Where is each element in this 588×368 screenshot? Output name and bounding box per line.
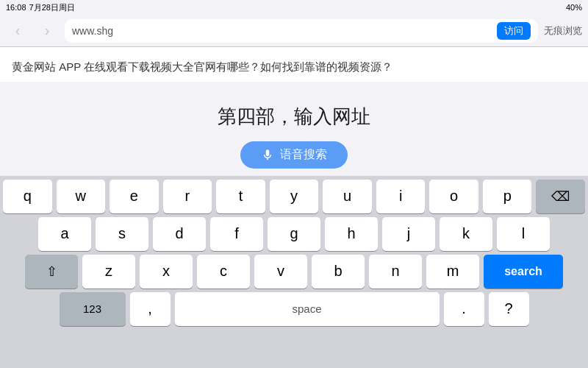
number-key[interactable]: 123 — [60, 292, 126, 326]
date: 7月28日周日 — [29, 2, 75, 13]
visit-button[interactable]: 访问 — [497, 22, 531, 40]
voice-search-bar: 语音搜索 — [0, 141, 588, 176]
key-g[interactable]: g — [268, 217, 320, 251]
key-n[interactable]: n — [369, 255, 422, 289]
key-a[interactable]: a — [38, 217, 91, 251]
key-d[interactable]: d — [153, 217, 206, 251]
key-k[interactable]: k — [440, 217, 492, 251]
key-q[interactable]: q — [3, 180, 52, 213]
keyboard-row-3: ⇧ z x c v b n m search — [0, 251, 588, 289]
key-s[interactable]: s — [96, 217, 148, 251]
voice-search-label: 语音搜索 — [280, 147, 327, 163]
status-bar: 16:08 7月28日周日 40% — [0, 0, 588, 15]
address-text: www.shg — [72, 25, 491, 37]
battery: 40% — [566, 3, 582, 12]
time: 16:08 — [6, 3, 26, 12]
status-right: 40% — [566, 3, 582, 12]
comma-key[interactable]: , — [130, 292, 171, 326]
article-title: 黄金网站 APP 在线观看下载视频大全官网有哪些？如何找到靠谱的视频资源？ — [12, 59, 576, 76]
key-o[interactable]: o — [429, 180, 478, 213]
key-u[interactable]: u — [323, 180, 372, 213]
key-c[interactable]: c — [197, 255, 250, 289]
key-e[interactable]: e — [110, 180, 159, 213]
keyboard-row-2: a s d f g h j k l — [0, 213, 588, 251]
key-t[interactable]: t — [216, 180, 265, 213]
space-key[interactable]: space — [175, 292, 440, 326]
voice-search-button[interactable]: 语音搜索 — [240, 141, 348, 169]
key-y[interactable]: y — [270, 180, 319, 213]
key-i[interactable]: i — [376, 180, 426, 213]
key-b[interactable]: b — [312, 255, 365, 289]
back-button[interactable]: ‹ — [6, 22, 29, 39]
key-m[interactable]: m — [426, 255, 479, 289]
search-key[interactable]: search — [484, 255, 563, 289]
mic-icon — [261, 148, 274, 161]
address-bar[interactable]: www.shg 访问 — [65, 19, 538, 43]
key-z[interactable]: z — [82, 255, 135, 289]
key-r[interactable]: r — [163, 180, 212, 213]
keyboard-area: q w e r t y u i o p ⌫ a s d f g h j k l … — [0, 176, 588, 330]
delete-key[interactable]: ⌫ — [536, 180, 585, 213]
key-l[interactable]: l — [497, 217, 550, 251]
key-j[interactable]: j — [382, 217, 435, 251]
browser-toolbar: ‹ › www.shg 访问 无痕浏览 — [0, 15, 588, 47]
instruction-text: 第四部，输入网址 — [0, 104, 588, 130]
shift-key[interactable]: ⇧ — [25, 255, 78, 289]
keyboard-row-4: 123 , space . ? — [0, 289, 588, 330]
period-key[interactable]: . — [444, 292, 484, 326]
key-v[interactable]: v — [254, 255, 307, 289]
key-x[interactable]: x — [140, 255, 193, 289]
key-p[interactable]: p — [483, 180, 532, 213]
keyboard-row-1: q w e r t y u i o p ⌫ — [0, 176, 588, 213]
question-key[interactable]: ? — [489, 292, 529, 326]
page-content: 黄金网站 APP 在线观看下载视频大全官网有哪些？如何找到靠谱的视频资源？ — [0, 47, 588, 82]
center-instruction: 第四部，输入网址 — [0, 82, 588, 141]
forward-button[interactable]: › — [35, 22, 59, 39]
key-h[interactable]: h — [325, 217, 378, 251]
incognito-label: 无痕浏览 — [544, 24, 582, 38]
key-w[interactable]: w — [57, 180, 106, 213]
key-f[interactable]: f — [210, 217, 263, 251]
status-left: 16:08 7月28日周日 — [6, 2, 75, 13]
